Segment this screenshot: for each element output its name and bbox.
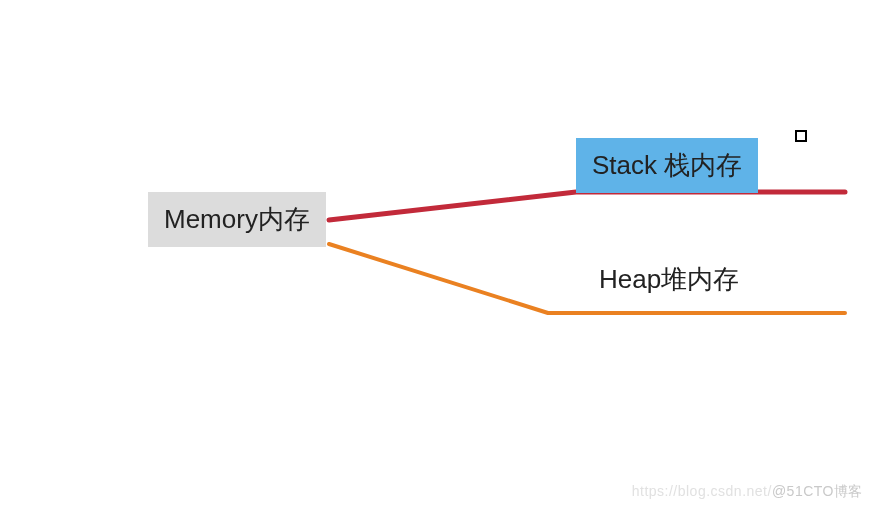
connector-stack [329, 192, 845, 220]
root-node-memory[interactable]: Memory内存 [148, 192, 326, 247]
selection-handle-icon[interactable] [795, 130, 807, 142]
watermark-right: @51CTO博客 [772, 483, 863, 499]
watermark-left: https://blog.csdn.net/ [632, 483, 772, 499]
node-stack[interactable]: Stack 栈内存 [576, 138, 758, 193]
watermark: https://blog.csdn.net/@51CTO博客 [632, 483, 863, 501]
connector-layer [0, 0, 877, 509]
connector-heap [329, 244, 845, 313]
node-heap[interactable]: Heap堆内存 [599, 262, 739, 297]
